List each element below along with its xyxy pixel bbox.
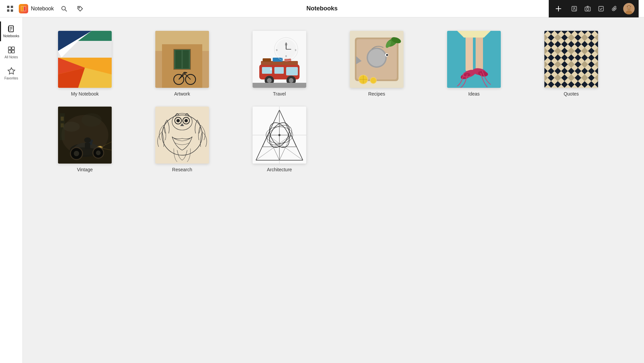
app-logo-icon (19, 4, 28, 13)
notebook-label-vintage: Vintage (77, 167, 93, 172)
notebook-label-architecture: Architecture (267, 167, 292, 172)
svg-rect-98 (447, 31, 501, 88)
notebook-item-artwork[interactable]: Artwork (140, 31, 224, 97)
svg-text:9: 9 (276, 49, 278, 52)
notebook-item-vintage[interactable]: Vintage (43, 107, 127, 172)
sidebar-item-favorites[interactable]: Favorites (1, 64, 21, 83)
svg-point-140 (184, 119, 188, 122)
user-avatar[interactable] (623, 3, 635, 14)
svg-rect-64 (263, 58, 271, 62)
notebook-label-ideas: Ideas (468, 91, 480, 97)
notebook-item-travel[interactable]: 12 3 6 9 Travel (237, 31, 321, 97)
svg-point-126 (96, 150, 101, 155)
sidebar-item-all-notes[interactable]: All Notes (1, 43, 21, 62)
notebook-cover-ideas (447, 31, 501, 88)
app-grid-button[interactable] (5, 4, 15, 13)
svg-rect-48 (183, 50, 189, 68)
svg-rect-65 (273, 58, 283, 62)
notebook-label-quotes: Quotes (564, 91, 579, 97)
svg-point-17 (587, 8, 589, 10)
svg-point-88 (386, 54, 388, 56)
svg-rect-2 (7, 9, 9, 12)
page-title: Notebooks (306, 5, 337, 12)
checkbox-button[interactable] (595, 3, 607, 15)
svg-rect-6 (24, 7, 25, 11)
notebook-cover-artwork (155, 31, 209, 88)
camera-button[interactable] (582, 3, 594, 15)
svg-point-70 (289, 78, 293, 83)
edit-button[interactable] (568, 3, 580, 15)
notebook-cover-architecture (253, 107, 306, 164)
notebooks-label: Notebooks (3, 34, 19, 38)
search-button[interactable] (58, 3, 70, 15)
notebook-cover-quotes (544, 31, 598, 88)
sidebar: Notebooks All Notes Favorites (0, 17, 23, 363)
svg-point-9 (78, 7, 79, 8)
svg-rect-61 (262, 67, 272, 74)
notebook-label-travel: Travel (273, 91, 286, 97)
svg-rect-33 (12, 50, 14, 53)
svg-rect-60 (286, 67, 298, 75)
app-name: Notebook (31, 6, 54, 12)
notebooks-content: My Notebook (23, 17, 644, 363)
svg-text:6: 6 (285, 55, 287, 58)
notebook-cover-research (155, 107, 209, 164)
svg-point-139 (176, 119, 180, 122)
favorites-icon (7, 67, 15, 75)
svg-rect-130 (61, 117, 64, 121)
svg-rect-32 (8, 50, 11, 53)
svg-point-68 (267, 78, 272, 83)
svg-text:3: 3 (295, 49, 297, 52)
svg-rect-3 (11, 9, 13, 12)
notebook-item-research[interactable]: Research (140, 107, 224, 172)
notebook-label-artwork: Artwork (174, 91, 190, 97)
notebook-cover-recipes (350, 31, 404, 88)
notebooks-icon (7, 25, 15, 33)
svg-point-57 (183, 72, 186, 74)
svg-line-8 (65, 10, 67, 11)
notebook-cover-travel: 12 3 6 9 (253, 31, 306, 88)
notebook-item-ideas[interactable]: Ideas (432, 31, 516, 97)
svg-rect-18 (599, 6, 603, 11)
svg-point-24 (630, 7, 630, 8)
svg-rect-116 (544, 31, 598, 88)
notebook-item-recipes[interactable]: Recipes (335, 31, 419, 97)
main-layout: Notebooks All Notes Favorites (0, 17, 644, 363)
app-header: Notebook Notebooks (0, 0, 644, 17)
svg-rect-62 (274, 67, 284, 74)
all-notes-label: All Notes (4, 55, 18, 59)
svg-marker-34 (8, 68, 15, 74)
svg-rect-30 (8, 47, 11, 50)
notebook-cover-vintage (58, 107, 112, 164)
header-left: Notebook (5, 3, 549, 15)
svg-point-124 (74, 151, 79, 156)
svg-rect-128 (85, 143, 90, 149)
tags-button[interactable] (74, 3, 86, 15)
svg-rect-0 (7, 6, 9, 8)
svg-point-133 (82, 113, 102, 127)
svg-rect-1 (11, 6, 13, 8)
sidebar-item-notebooks[interactable]: Notebooks (0, 21, 23, 41)
svg-point-72 (270, 68, 272, 70)
notebook-item-quotes[interactable]: Quotes (529, 31, 613, 97)
all-notes-icon (7, 46, 15, 54)
notebook-label-research: Research (172, 167, 192, 172)
notebook-item-my-notebook[interactable]: My Notebook (43, 31, 127, 97)
notebook-label-recipes: Recipes (368, 91, 385, 97)
add-button[interactable] (553, 3, 564, 14)
svg-rect-47 (175, 50, 181, 68)
svg-rect-31 (12, 47, 14, 50)
notebook-label-my-notebook: My Notebook (71, 91, 99, 97)
svg-marker-38 (58, 51, 61, 58)
notebook-cover-my-notebook (58, 31, 112, 88)
svg-rect-26 (8, 26, 9, 31)
notebook-item-architecture[interactable]: Architecture (237, 107, 321, 172)
svg-point-132 (63, 122, 80, 132)
header-right-toolbar (549, 0, 639, 17)
svg-point-94 (371, 78, 376, 83)
app-logo[interactable]: Notebook (19, 4, 54, 13)
attachment-button[interactable] (608, 3, 621, 15)
favorites-label: Favorites (4, 76, 18, 80)
svg-rect-71 (253, 83, 306, 88)
svg-point-23 (628, 7, 629, 8)
